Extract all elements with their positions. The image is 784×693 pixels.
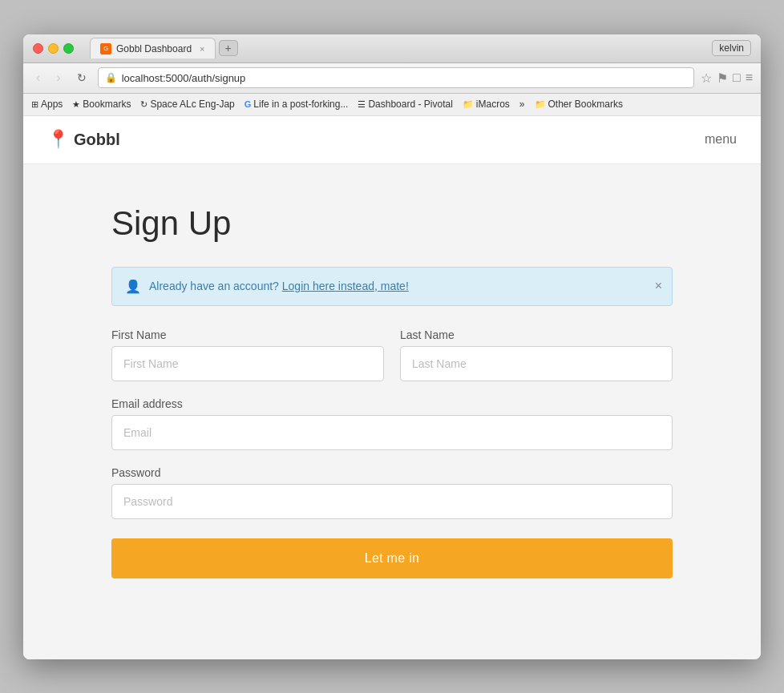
traffic-lights	[33, 43, 74, 54]
app-logo[interactable]: 📍 Gobbl	[47, 129, 120, 150]
bookmark-space-alc[interactable]: ↻ Space ALc Eng-Jap	[140, 99, 234, 110]
login-link[interactable]: Login here instead, mate!	[282, 280, 409, 292]
folder-icon: 📁	[463, 99, 474, 110]
lock-icon: 🔒	[105, 72, 117, 83]
last-name-label: Last Name	[400, 328, 673, 341]
bookmark-tools-icon[interactable]: ⚑	[717, 71, 728, 86]
password-label: Password	[111, 466, 673, 479]
logo-text: Gobbl	[74, 131, 120, 149]
alert-close-button[interactable]: ×	[655, 280, 662, 292]
app-navbar: 📍 Gobbl menu	[23, 116, 761, 164]
tab-close-button[interactable]: ×	[200, 44, 204, 54]
tab-title: Gobbl Dashboard	[116, 43, 192, 54]
title-bar: G Gobbl Dashboard × + kelvin	[23, 34, 761, 63]
tab-bar: G Gobbl Dashboard × +	[90, 38, 705, 58]
password-input[interactable]	[111, 484, 673, 519]
bookmark-bookmarks[interactable]: ★ Bookmarks	[72, 99, 131, 110]
space-alc-icon: ↻	[140, 99, 148, 110]
name-row: First Name Last Name	[111, 328, 673, 381]
close-traffic-light[interactable]	[33, 43, 43, 54]
apps-icon: ⊞	[31, 99, 38, 110]
pivotal-icon: ☰	[358, 99, 366, 110]
google-icon: G	[244, 99, 252, 109]
bookmark-life-post-label: Life in a post-forking...	[253, 99, 348, 110]
email-input[interactable]	[111, 415, 673, 450]
maximize-traffic-light[interactable]	[63, 43, 74, 54]
bookmark-pivotal-label: Dashboard - Pivotal	[368, 99, 452, 110]
logo-pin-icon: 📍	[47, 129, 69, 150]
tab-favicon: G	[100, 43, 111, 54]
first-name-label: First Name	[111, 328, 384, 341]
bookmark-apps[interactable]: ⊞ Apps	[31, 99, 63, 110]
password-group: Password	[111, 466, 673, 519]
bookmark-more[interactable]: »	[519, 99, 525, 110]
forward-button[interactable]: ›	[51, 67, 65, 88]
signup-form: First Name Last Name Email address Passw…	[111, 328, 673, 578]
star-icon[interactable]: ☆	[701, 71, 712, 86]
bookmark-other-label: Other Bookmarks	[548, 99, 623, 110]
bookmark-bookmarks-label: Bookmarks	[83, 99, 131, 110]
other-folder-icon: 📁	[535, 99, 546, 110]
login-alert: 👤 Already have an account? Login here in…	[111, 267, 673, 306]
page-content: 📍 Gobbl menu Sign Up 👤 Already have an a…	[23, 116, 761, 659]
email-group: Email address	[111, 397, 673, 450]
new-tab-button[interactable]: +	[219, 40, 238, 56]
email-label: Email address	[111, 397, 673, 410]
minimize-traffic-light[interactable]	[48, 43, 59, 54]
bookmark-imacros-label: iMacros	[476, 99, 510, 110]
star-bookmark-icon: ★	[72, 99, 80, 110]
user-badge: kelvin	[712, 40, 751, 56]
alert-person-icon: 👤	[125, 279, 141, 294]
bookmark-life-post[interactable]: G Life in a post-forking...	[244, 99, 349, 110]
bookmark-dashboard-pivotal[interactable]: ☰ Dashboard - Pivotal	[358, 99, 452, 110]
nav-bar: ‹ › ↻ 🔒 localhost:5000/auth/signup ☆ ⚑ □…	[23, 63, 761, 94]
main-content: Sign Up 👤 Already have an account? Login…	[87, 164, 697, 618]
menu-icon[interactable]: ≡	[746, 71, 753, 85]
refresh-button[interactable]: ↻	[72, 68, 91, 87]
first-name-group: First Name	[111, 328, 384, 381]
bookmark-apps-label: Apps	[41, 99, 63, 110]
bookmark-other[interactable]: 📁 Other Bookmarks	[535, 99, 623, 110]
last-name-input[interactable]	[400, 346, 673, 381]
bookmark-space-alc-label: Space ALc Eng-Jap	[150, 99, 234, 110]
bookmark-imacros[interactable]: 📁 iMacros	[463, 99, 510, 110]
app-menu-button[interactable]: menu	[705, 132, 737, 147]
first-name-input[interactable]	[111, 346, 384, 381]
nav-icons: ☆ ⚑ □ ≡	[701, 71, 753, 86]
back-button[interactable]: ‹	[31, 67, 45, 88]
browser-window: G Gobbl Dashboard × + kelvin ‹ › ↻ 🔒 loc…	[23, 34, 761, 659]
bookmark-more-label: »	[519, 99, 525, 110]
last-name-group: Last Name	[400, 328, 673, 381]
bookmarks-bar: ⊞ Apps ★ Bookmarks ↻ Space ALc Eng-Jap G…	[23, 94, 761, 116]
share-icon[interactable]: □	[733, 71, 741, 85]
address-bar[interactable]: 🔒 localhost:5000/auth/signup	[98, 67, 694, 88]
address-text: localhost:5000/auth/signup	[122, 72, 246, 84]
alert-message: Already have an account? Login here inst…	[149, 280, 659, 292]
browser-tab[interactable]: G Gobbl Dashboard ×	[90, 38, 216, 58]
submit-button[interactable]: Let me in	[111, 538, 673, 578]
alert-text-before: Already have an account?	[149, 280, 282, 292]
page-title: Sign Up	[111, 204, 673, 243]
